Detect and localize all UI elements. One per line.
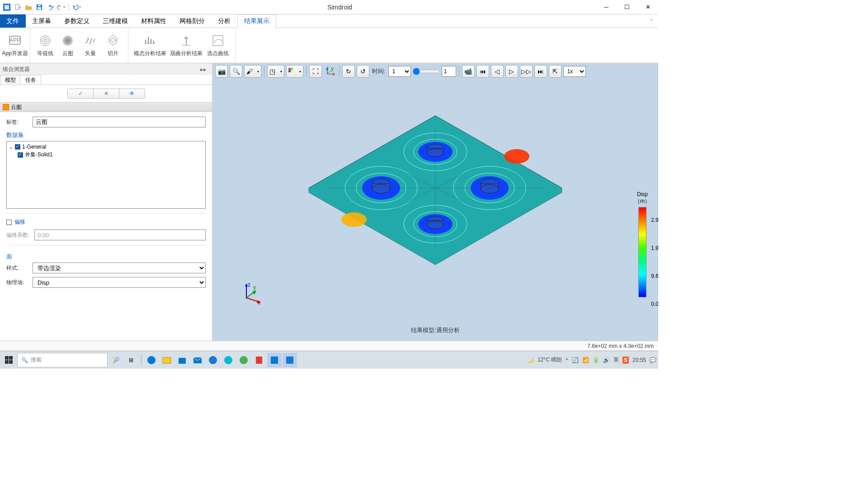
maximize-button[interactable]: ☐ <box>617 0 637 14</box>
minimize-button[interactable]: ─ <box>596 0 617 14</box>
wechat-icon[interactable] <box>236 353 251 367</box>
office-icon[interactable] <box>252 353 266 367</box>
contour-button[interactable]: 等值线 <box>34 30 57 61</box>
ribbon-collapse-icon[interactable]: ⌃ <box>645 14 658 28</box>
time-slider[interactable] <box>413 68 440 75</box>
label-input[interactable] <box>33 117 206 127</box>
brush-icon[interactable]: 🖌▾ <box>244 65 261 78</box>
search-box[interactable]: 🔍 搜索 <box>17 353 108 367</box>
new-file-icon[interactable]: + <box>13 2 23 12</box>
start-button[interactable] <box>2 353 16 367</box>
svg-rect-59 <box>5 360 9 364</box>
checkbox-icon[interactable] <box>15 144 20 150</box>
chevron-up-icon[interactable]: ^ <box>566 357 568 363</box>
undo-icon[interactable]: ▾ <box>45 2 55 12</box>
fit-icon[interactable]: ⛶ <box>309 65 322 78</box>
sync-icon[interactable]: 🔄 <box>572 357 579 363</box>
tab-param[interactable]: 参数定义 <box>58 14 96 28</box>
color-cube-icon[interactable]: ▾ <box>286 65 303 78</box>
offset-coef-input[interactable] <box>34 230 206 240</box>
simdroid-taskbar-icon[interactable] <box>283 353 297 367</box>
open-file-icon[interactable] <box>24 2 33 12</box>
redo-icon[interactable]: ▾ <box>56 2 66 12</box>
svg-text:z: z <box>326 67 329 71</box>
zoom-icon[interactable]: 🔍 <box>230 65 242 78</box>
cloud-button[interactable]: 云图 <box>57 30 79 61</box>
ribbon: APP App开发器 等值线 云图 矢量 切片 模态分析结果 屈曲分析结果 <box>0 28 658 63</box>
sogou-icon[interactable]: S <box>623 357 629 364</box>
close-button[interactable]: ✕ <box>637 0 658 14</box>
app1-icon[interactable] <box>206 353 220 367</box>
confirm-button[interactable]: ✓ <box>67 89 94 99</box>
offset-checkbox[interactable] <box>6 220 12 225</box>
svg-point-9 <box>40 36 50 46</box>
preview-button[interactable]: 👁 <box>119 89 145 99</box>
rotate-cw-icon[interactable]: ↻ <box>342 65 355 78</box>
prev-frame-icon[interactable]: ◁ <box>491 65 504 78</box>
modal-result-button[interactable]: 模态分析结果 <box>132 30 168 61</box>
export-icon[interactable]: ⇱ <box>549 65 561 78</box>
model-view[interactable] <box>300 102 571 274</box>
tab-material[interactable]: 材料属性 <box>135 14 173 28</box>
app-logo-icon[interactable] <box>2 2 12 12</box>
tennis-icon[interactable]: 🎾 <box>108 353 123 367</box>
chevron-down-icon[interactable]: ⌄ <box>9 144 13 150</box>
point-curve-button[interactable]: 选点曲线 <box>204 30 231 61</box>
cancel-button[interactable]: ✕ <box>93 89 119 99</box>
slice-button[interactable]: 切片 <box>102 30 124 61</box>
cloud-section-icon <box>3 104 9 110</box>
notifications-icon[interactable]: 💬 <box>650 357 656 363</box>
tab-home[interactable]: 主屏幕 <box>26 14 58 28</box>
tab-mesh[interactable]: 网格剖分 <box>173 14 212 28</box>
speed-select[interactable]: 1x <box>563 66 586 77</box>
record-icon[interactable]: 📹 <box>462 65 475 78</box>
viewport[interactable]: 📷 🔍 🖌▾ ◳▾ ▾ ⛶ zxy ↻ ↺ 时间: 1 📹 ⏮ ◁ ▷ ▷▷ ⏭… <box>212 63 658 341</box>
tab-analysis[interactable]: 分析 <box>212 14 237 28</box>
app-developer-button[interactable]: APP App开发器 <box>4 30 26 61</box>
refresh-icon[interactable]: ▾ <box>72 2 82 12</box>
time-select[interactable]: 1 <box>388 66 411 77</box>
frame-input[interactable] <box>442 66 456 77</box>
clock[interactable]: 20:55 <box>632 357 646 363</box>
app2-icon[interactable] <box>267 353 282 367</box>
save-icon[interactable] <box>34 2 44 12</box>
panel-tab-model[interactable]: 模型 <box>0 75 21 84</box>
svg-rect-69 <box>271 357 278 364</box>
weather-text[interactable]: 12°C 晴朗 <box>538 356 562 364</box>
vector-button[interactable]: 矢量 <box>79 30 102 61</box>
tab-model[interactable]: 三维建模 <box>96 14 135 28</box>
tab-result[interactable]: 结果展示 <box>237 14 276 28</box>
weather-icon[interactable]: 🌙 <box>527 357 534 363</box>
checkbox-icon[interactable] <box>18 152 23 158</box>
buckling-result-button[interactable]: 屈曲分析结果 <box>168 30 204 61</box>
rotate-ccw-icon[interactable]: ↺ <box>357 65 369 78</box>
view-cube-icon[interactable]: ◳▾ <box>267 65 284 78</box>
edge-legacy-icon[interactable] <box>221 353 236 367</box>
svg-point-40 <box>481 184 499 193</box>
camera-icon[interactable]: 📷 <box>215 65 228 78</box>
volume-icon[interactable]: 🔊 <box>603 357 610 363</box>
tree-item[interactable]: ⌄ 1-General <box>9 143 203 150</box>
axis-xyz-icon[interactable]: zxy <box>324 65 336 78</box>
mail-icon[interactable] <box>190 353 205 367</box>
tree-item[interactable]: 并集-Solid1 <box>9 150 203 159</box>
field-select[interactable]: Disp <box>33 277 206 288</box>
task-view-icon[interactable]: ⊞ <box>124 353 138 367</box>
battery-icon[interactable]: 🔋 <box>593 357 599 363</box>
first-frame-icon[interactable]: ⏮ <box>476 65 489 78</box>
next-frame-icon[interactable]: ▷▷ <box>520 65 533 78</box>
section-header: 云图 <box>0 102 212 112</box>
panel-collapse-icon[interactable]: ▸▸ <box>198 66 209 73</box>
dataset-tree[interactable]: ⌄ 1-General 并集-Solid1 <box>6 141 206 209</box>
style-select[interactable]: 带边渲染 <box>33 263 206 273</box>
ime-indicator[interactable]: 英 <box>613 356 619 364</box>
tab-file[interactable]: 文件 <box>0 14 26 28</box>
play-icon[interactable]: ▷ <box>505 65 518 78</box>
last-frame-icon[interactable]: ⏭ <box>534 65 547 78</box>
edge-icon[interactable] <box>144 353 159 367</box>
store-icon[interactable] <box>175 353 189 367</box>
svg-rect-57 <box>5 356 9 360</box>
wifi-icon[interactable]: 📶 <box>582 357 589 363</box>
panel-tab-task[interactable]: 任务 <box>20 75 41 84</box>
explorer-icon[interactable] <box>160 353 174 367</box>
